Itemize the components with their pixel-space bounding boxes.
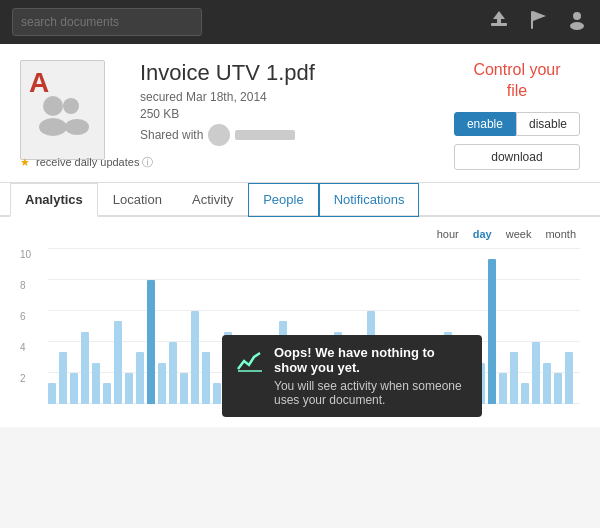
tooltip-chart-icon	[236, 347, 264, 381]
pdf-icon: A	[29, 67, 49, 99]
tooltip-title: Oops! We have nothing to show you yet.	[274, 345, 468, 375]
chart-bar	[180, 373, 188, 404]
chart-bar	[521, 383, 529, 404]
bar-group	[543, 249, 551, 404]
bar-group	[202, 249, 210, 404]
bar-group	[125, 249, 133, 404]
chart-bar	[191, 311, 199, 404]
y-label-6: 6	[20, 311, 44, 322]
chart-bar	[158, 363, 166, 404]
receive-updates-label: receive daily updates	[36, 156, 139, 168]
chart-bar	[532, 342, 540, 404]
bar-group	[81, 249, 89, 404]
time-filter-month[interactable]: month	[541, 227, 580, 241]
search-input[interactable]	[12, 8, 202, 36]
svg-rect-0	[491, 23, 507, 26]
bar-group	[565, 249, 573, 404]
chart-bar	[488, 259, 496, 404]
tooltip-body: You will see activity when someone uses …	[274, 379, 468, 407]
receive-updates[interactable]: ★ receive daily updates ⓘ	[20, 155, 153, 170]
enable-disable-group: enable disable	[454, 112, 580, 136]
chart-bar	[136, 352, 144, 404]
chart-bar	[114, 321, 122, 404]
bar-group	[48, 249, 56, 404]
bar-group	[169, 249, 177, 404]
bar-group	[488, 249, 496, 404]
svg-rect-2	[531, 11, 533, 29]
time-filter-day[interactable]: day	[469, 227, 496, 241]
star-icon: ★	[20, 156, 30, 168]
y-label-4: 4	[20, 342, 44, 353]
bar-group	[158, 249, 166, 404]
shared-user-avatar	[208, 124, 230, 146]
bar-group	[554, 249, 562, 404]
chart-bar	[213, 383, 221, 404]
chart-bar	[81, 332, 89, 404]
control-section: Control yourfile enable disable download	[454, 60, 580, 170]
chart-bar	[565, 352, 573, 404]
bar-group	[521, 249, 529, 404]
shared-user-name-blurred	[235, 130, 295, 140]
svg-marker-3	[533, 11, 546, 21]
bar-group	[103, 249, 111, 404]
shared-label: Shared with	[140, 128, 203, 142]
bar-group	[92, 249, 100, 404]
chart-area: hour day week month 2 4 6 8 10	[0, 217, 600, 427]
tabs-row: Analytics Location Activity People Notif…	[0, 183, 600, 217]
y-label-2: 2	[20, 373, 44, 384]
tooltip: Oops! We have nothing to show you yet. Y…	[222, 335, 482, 417]
time-filter-week[interactable]: week	[502, 227, 536, 241]
tooltip-content: Oops! We have nothing to show you yet. Y…	[274, 345, 468, 407]
bar-group	[114, 249, 122, 404]
chart-bar	[147, 280, 155, 404]
info-icon: ⓘ	[142, 156, 153, 168]
flag-icon[interactable]	[528, 9, 548, 36]
bar-group	[59, 249, 67, 404]
svg-point-9	[65, 119, 89, 135]
bar-group	[136, 249, 144, 404]
chart-bar	[169, 342, 177, 404]
tab-analytics[interactable]: Analytics	[10, 183, 98, 217]
disable-button[interactable]: disable	[516, 112, 580, 136]
enable-button[interactable]: enable	[454, 112, 516, 136]
file-icon-wrapper: A ★ receive daily updates ⓘ	[20, 60, 120, 170]
bar-group	[191, 249, 199, 404]
y-label-10: 10	[20, 249, 44, 260]
bar-group	[70, 249, 78, 404]
tab-location[interactable]: Location	[98, 183, 177, 217]
control-title: Control yourfile	[454, 60, 580, 102]
tab-activity[interactable]: Activity	[177, 183, 248, 217]
bar-group	[213, 249, 221, 404]
time-filter-hour[interactable]: hour	[433, 227, 463, 241]
chart-bar	[510, 352, 518, 404]
upload-icon[interactable]	[488, 9, 510, 36]
chart-bar	[103, 383, 111, 404]
chart-bar	[543, 363, 551, 404]
bar-group	[499, 249, 507, 404]
file-page: A	[20, 60, 105, 160]
chart-bar	[70, 373, 78, 404]
chart-bar	[499, 373, 507, 404]
bar-group	[532, 249, 540, 404]
svg-point-4	[573, 12, 581, 20]
svg-point-8	[63, 98, 79, 114]
y-label-8: 8	[20, 280, 44, 291]
svg-marker-1	[493, 11, 505, 23]
chart-bar	[48, 383, 56, 404]
bar-group	[147, 249, 155, 404]
file-people-icon	[33, 91, 93, 150]
download-button[interactable]: download	[454, 144, 580, 170]
tab-people[interactable]: People	[248, 183, 318, 217]
tab-notifications[interactable]: Notifications	[319, 183, 420, 217]
time-filters: hour day week month	[20, 227, 580, 241]
user-icon[interactable]	[566, 9, 588, 36]
chart-bar	[59, 352, 67, 404]
y-axis: 2 4 6 8 10	[20, 249, 44, 404]
chart-bar	[92, 363, 100, 404]
chart-bar	[202, 352, 210, 404]
svg-point-5	[570, 22, 584, 30]
file-section: A ★ receive daily updates ⓘ Invoice UTV …	[0, 44, 600, 183]
header	[0, 0, 600, 44]
svg-point-7	[39, 118, 67, 136]
bar-group	[510, 249, 518, 404]
